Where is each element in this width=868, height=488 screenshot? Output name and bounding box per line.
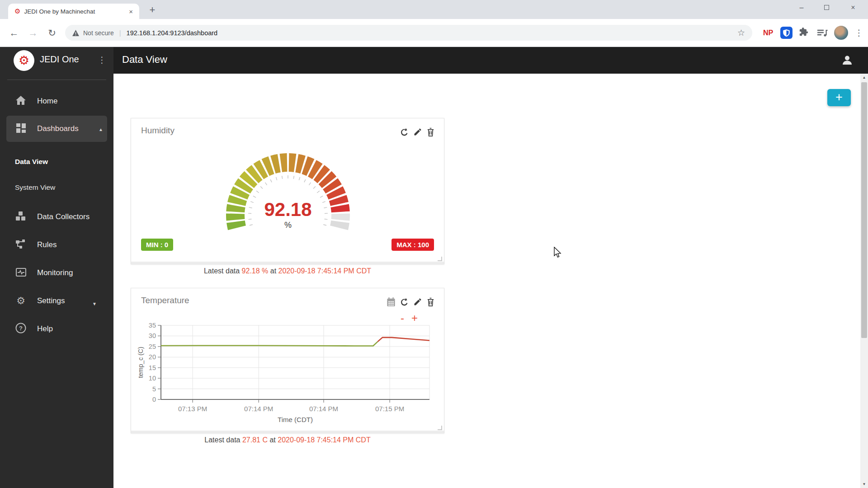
window-minimize-button[interactable]: – — [791, 0, 812, 16]
rules-flow-icon — [15, 239, 26, 251]
widget-actions — [387, 297, 435, 307]
scrollbar-thumb[interactable] — [861, 82, 867, 338]
forward-button[interactable]: → — [25, 25, 41, 41]
chevron-up-icon: ▲ — [99, 127, 103, 132]
svg-text:temp_c (C): temp_c (C) — [137, 347, 144, 378]
widget-actions — [400, 127, 435, 137]
app-header: Data View — [113, 47, 868, 74]
sidebar-subitem-system-view[interactable]: System View — [15, 179, 105, 196]
bookmark-star-icon[interactable]: ☆ — [737, 28, 745, 38]
sidebar-item-home[interactable]: Home — [0, 90, 113, 112]
tab-close-icon[interactable]: × — [127, 8, 135, 15]
app-window: ⚙ JEDI One ⋮ Home Dashboards ▲ Data View… — [0, 47, 868, 488]
sidebar-item-label: Data Collectors — [37, 212, 90, 221]
browser-tab[interactable]: ⚙ JEDI One by Machinechat × — [8, 4, 139, 19]
jedi-one-logo: ⚙ — [14, 50, 34, 71]
svg-text:25: 25 — [149, 343, 156, 350]
edit-pencil-icon[interactable] — [413, 297, 422, 307]
sidebar-item-label: Home — [37, 97, 57, 106]
data-collectors-cubes-icon — [15, 211, 26, 223]
humidity-widget-card: Humidity 92.18 % MIN : 0 MAX : 100 — [131, 118, 444, 264]
url-separator: | — [119, 29, 121, 37]
sidebar-item-settings[interactable]: ⚙ Settings ▼ — [0, 290, 113, 312]
extension-np-icon[interactable]: NP — [763, 26, 773, 40]
sidebar-subitem-data-view[interactable]: Data View — [15, 154, 105, 170]
tab-favicon-gear-icon: ⚙ — [14, 7, 20, 15]
page-title: Data View — [122, 54, 167, 66]
refresh-icon[interactable] — [400, 297, 409, 307]
sidebar-item-label: Monitoring — [37, 268, 73, 277]
sidebar-item-help[interactable]: ? Help — [0, 318, 113, 340]
sidebar-item-label: Settings — [37, 296, 65, 305]
svg-text:10: 10 — [149, 375, 156, 382]
add-widget-button[interactable]: + — [827, 89, 851, 106]
sidebar: ⚙ JEDI One ⋮ Home Dashboards ▲ Data View… — [0, 47, 113, 488]
svg-text:5: 5 — [152, 385, 156, 393]
svg-text:15: 15 — [149, 364, 156, 371]
svg-text:35: 35 — [149, 322, 156, 329]
warning-icon — [72, 30, 79, 36]
gauge-min-badge: MIN : 0 — [141, 239, 173, 251]
temperature-line-chart: 0510152025303507:13 PM07:14 PM07:14 PM07… — [136, 320, 439, 428]
refresh-icon[interactable] — [400, 127, 409, 137]
sidebar-item-monitoring[interactable]: Monitoring — [0, 262, 113, 284]
card-bottom-strip — [131, 262, 444, 264]
sidebar-item-label: Dashboards — [37, 124, 79, 133]
mouse-cursor — [554, 247, 562, 260]
sidebar-divider — [7, 80, 106, 80]
playlist-music-icon[interactable] — [816, 28, 828, 40]
user-person-icon[interactable] — [841, 54, 854, 68]
back-button[interactable]: ← — [6, 25, 22, 41]
svg-text:Time (CDT): Time (CDT) — [278, 416, 313, 423]
sidebar-item-dashboards[interactable]: Dashboards ▲ — [6, 116, 107, 142]
settings-gear-icon: ⚙ — [15, 295, 26, 307]
svg-text:0: 0 — [152, 396, 156, 403]
svg-text:07:14 PM: 07:14 PM — [244, 405, 273, 413]
address-bar[interactable]: Not secure | 192.168.1.204:9123/dashboar… — [65, 25, 752, 41]
page-scrollbar[interactable]: ▲ ▼ — [860, 74, 868, 488]
extensions-puzzle-icon[interactable] — [798, 27, 809, 40]
latest-connector: at — [269, 436, 275, 444]
sidebar-item-label: Help — [37, 324, 53, 333]
latest-value: 92.18 % — [242, 267, 269, 275]
not-secure-label: Not secure — [83, 29, 114, 37]
latest-prefix: Latest data — [204, 436, 240, 444]
temperature-widget-card: Temperature - + 0510152025303507:1 — [131, 288, 444, 433]
delete-trash-icon[interactable] — [426, 297, 435, 307]
gauge-max-badge: MAX : 100 — [392, 239, 434, 251]
help-question-icon: ? — [15, 323, 26, 335]
svg-text:07:13 PM: 07:13 PM — [178, 405, 207, 413]
resize-grip[interactable] — [438, 426, 442, 430]
window-maximize-button[interactable] — [816, 0, 837, 16]
humidity-latest-data: Latest data 92.18 % at 2020-09-18 7:45:1… — [131, 267, 444, 275]
new-tab-button[interactable]: + — [146, 4, 159, 17]
monitoring-pulse-icon — [15, 268, 26, 278]
temperature-latest-data: Latest data 27.81 C at 2020-09-18 7:45:1… — [131, 436, 444, 444]
sidebar-item-rules[interactable]: Rules — [0, 234, 113, 256]
browser-profile-avatar[interactable] — [834, 26, 848, 40]
delete-trash-icon[interactable] — [426, 127, 435, 137]
edit-pencil-icon[interactable] — [413, 127, 422, 137]
resize-grip[interactable] — [438, 257, 442, 261]
maximize-icon — [824, 5, 829, 10]
reload-button[interactable]: ↻ — [44, 25, 60, 41]
extension-shield-icon[interactable] — [780, 27, 793, 39]
gauge-value: 92.18 — [220, 199, 356, 221]
widget-title: Temperature — [141, 296, 189, 305]
calendar-icon[interactable] — [387, 297, 396, 307]
sidebar-item-data-collectors[interactable]: Data Collectors — [0, 206, 113, 228]
latest-value: 27.81 C — [242, 436, 268, 444]
sidebar-menu-dots-icon[interactable]: ⋮ — [94, 53, 110, 67]
latest-timestamp: 2020-09-18 7:45:14 PM CDT — [278, 267, 371, 275]
svg-text:?: ? — [19, 325, 23, 332]
scrollbar-up-arrow[interactable]: ▲ — [860, 74, 868, 81]
card-bottom-strip — [131, 431, 444, 433]
scrollbar-down-arrow[interactable]: ▼ — [860, 480, 868, 488]
browser-tabstrip: ⚙ JEDI One by Machinechat × + – × — [0, 0, 868, 19]
gauge-unit: % — [220, 221, 356, 230]
dashboard-main: + Humidity 92.18 % MIN : 0 MAX : 100 — [113, 74, 860, 488]
window-close-button[interactable]: × — [843, 0, 863, 16]
dashboards-grid-icon — [15, 123, 26, 135]
gear-logo-icon: ⚙ — [19, 55, 29, 67]
browser-menu-dots-icon[interactable]: ⋮ — [854, 25, 864, 41]
